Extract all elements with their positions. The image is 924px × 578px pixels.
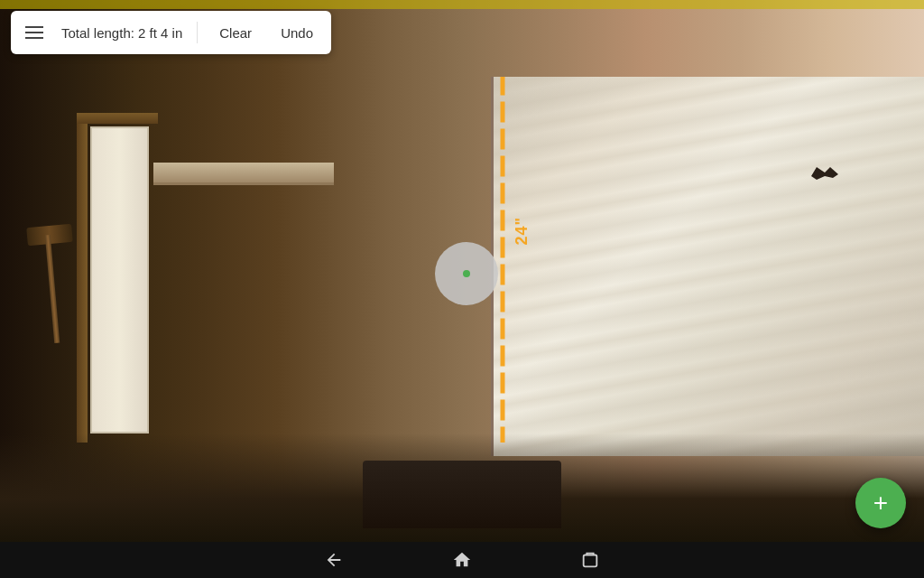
plus-icon: + bbox=[873, 490, 888, 516]
status-bar bbox=[0, 0, 924, 9]
undo-button[interactable]: Undo bbox=[273, 22, 320, 44]
recents-button[interactable] bbox=[580, 550, 600, 570]
back-button[interactable] bbox=[324, 550, 344, 570]
lamp-rod bbox=[45, 235, 60, 343]
total-length-label: Total length: 2 ft 4 in bbox=[61, 25, 182, 41]
clear-button[interactable]: Clear bbox=[212, 22, 259, 44]
android-nav-bar bbox=[0, 542, 924, 578]
furniture bbox=[363, 461, 561, 528]
menu-line-1 bbox=[25, 26, 43, 28]
ceiling-line bbox=[153, 163, 334, 185]
menu-button[interactable] bbox=[22, 23, 47, 42]
white-door bbox=[90, 126, 149, 434]
home-button[interactable] bbox=[452, 550, 472, 570]
add-measurement-button[interactable]: + bbox=[855, 478, 906, 528]
bird-silhouette bbox=[811, 167, 838, 185]
door-frame-right bbox=[77, 117, 88, 443]
drag-handle[interactable] bbox=[435, 242, 498, 305]
toolbar: Total length: 2 ft 4 in Clear Undo bbox=[11, 11, 331, 54]
svg-rect-1 bbox=[584, 555, 597, 567]
artwork bbox=[491, 77, 924, 456]
door-frame-top bbox=[77, 113, 158, 124]
toolbar-divider bbox=[197, 22, 198, 43]
menu-line-3 bbox=[25, 37, 43, 39]
drag-handle-dot bbox=[463, 270, 470, 277]
menu-line-2 bbox=[25, 32, 43, 33]
measurement-line bbox=[496, 77, 510, 443]
measurement-label: 24" bbox=[513, 217, 531, 246]
